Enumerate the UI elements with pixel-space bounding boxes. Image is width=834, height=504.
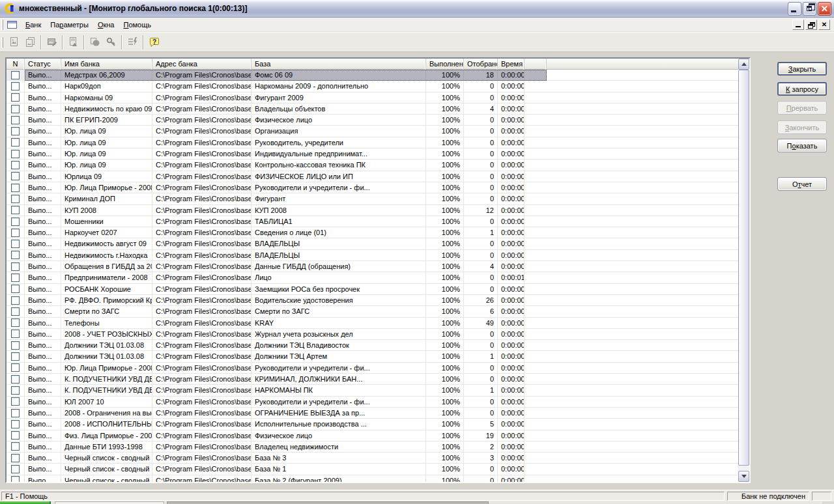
mdi-close-button[interactable]: ✕ bbox=[818, 20, 830, 30]
row-checkbox[interactable] bbox=[11, 150, 20, 158]
row-checkbox[interactable] bbox=[11, 341, 20, 350]
table-row[interactable]: Выпо...2008 - ИСПОЛНИТЕЛЬНЫЕ ПРО...C:\Pr… bbox=[7, 419, 738, 430]
toolbar-help-button[interactable]: ? bbox=[147, 35, 162, 49]
column-header-n[interactable]: N bbox=[7, 59, 25, 70]
row-checkbox[interactable] bbox=[11, 240, 20, 248]
row-checkbox[interactable] bbox=[11, 206, 20, 214]
restore-button[interactable] bbox=[803, 2, 816, 16]
table-row[interactable]: Выпо...Наркоманы 09C:\Program Files\Cron… bbox=[7, 92, 738, 104]
toolbar-key-button[interactable] bbox=[104, 35, 119, 49]
table-row[interactable]: Выпо...Медстрах 06,2009C:\Program Files\… bbox=[7, 70, 738, 81]
toolbar-edit-image-button[interactable] bbox=[44, 35, 59, 49]
row-checkbox[interactable] bbox=[11, 318, 20, 327]
row-checkbox[interactable] bbox=[11, 82, 20, 91]
table-row[interactable]: Выпо...Юр. Лица Приморье - 2008 мартC:\P… bbox=[7, 363, 738, 374]
row-checkbox[interactable] bbox=[11, 195, 20, 203]
table-row[interactable]: Выпо...КУП 2008C:\Program Files\Cronos\b… bbox=[7, 205, 738, 216]
table-row[interactable]: Выпо...Физ. Лица Приморье - 2008 мартC:\… bbox=[7, 430, 738, 441]
row-checkbox[interactable] bbox=[11, 363, 20, 372]
table-row[interactable]: Выпо...Наркоучет 0207C:\Program Files\Cr… bbox=[7, 227, 738, 238]
row-checkbox[interactable] bbox=[11, 262, 20, 271]
scroll-up-button[interactable] bbox=[738, 59, 749, 70]
table-row[interactable]: Выпо...Юр. лица 09C:\Program Files\Crono… bbox=[7, 148, 738, 160]
table-row[interactable]: Выпо...ТелефоныC:\Program Files\Cronos\b… bbox=[7, 318, 738, 329]
row-checkbox[interactable] bbox=[11, 251, 20, 259]
menu-item-windows[interactable]: Окна bbox=[93, 19, 119, 31]
table-row[interactable]: Выпо...МошенникиC:\Program Files\Cronos\… bbox=[7, 216, 738, 227]
menu-item-bank[interactable]: Банк bbox=[21, 19, 46, 31]
row-checkbox[interactable] bbox=[11, 296, 20, 305]
finish-button[interactable]: Закончить bbox=[777, 120, 827, 134]
row-checkbox[interactable] bbox=[11, 127, 20, 135]
row-checkbox[interactable] bbox=[11, 386, 20, 395]
scroll-down-button[interactable] bbox=[738, 471, 749, 482]
scroll-track[interactable] bbox=[738, 70, 749, 471]
row-checkbox[interactable] bbox=[11, 465, 20, 473]
table-row[interactable]: Выпо...К. ПОДУЧЕТНИКИ УВД ДВ ОКР...C:\Pr… bbox=[7, 385, 738, 396]
table-row[interactable]: Выпо...Черный список - сводныйC:\Program… bbox=[7, 453, 738, 464]
column-header-address[interactable]: Адрес банка bbox=[152, 59, 252, 70]
column-header-time[interactable]: Время bbox=[498, 59, 525, 70]
row-checkbox[interactable] bbox=[11, 71, 20, 79]
row-checkbox[interactable] bbox=[11, 420, 20, 428]
table-row[interactable]: Выпо...Черный список - сводныйC:\Program… bbox=[7, 475, 738, 482]
table-row[interactable]: Выпо...Данные БТИ 1993-1998C:\Program Fi… bbox=[7, 441, 738, 453]
table-row[interactable]: Выпо...Недвижимость г.НаходкаC:\Program … bbox=[7, 250, 738, 261]
row-checkbox[interactable] bbox=[11, 217, 20, 226]
close-button[interactable]: ✕ bbox=[818, 2, 831, 16]
table-row[interactable]: Выпо...Юр. лица 09C:\Program Files\Crono… bbox=[7, 137, 738, 148]
row-checkbox[interactable] bbox=[11, 307, 20, 316]
taskbar-button-sliver[interactable] bbox=[55, 501, 164, 504]
menu-gripper[interactable] bbox=[1, 20, 3, 30]
column-header-selected[interactable]: Отобрано bbox=[464, 59, 498, 70]
row-checkbox[interactable] bbox=[11, 184, 20, 192]
mdi-minimize-button[interactable] bbox=[792, 20, 804, 30]
row-checkbox[interactable] bbox=[11, 138, 20, 147]
menu-item-help[interactable]: Помощь bbox=[119, 19, 156, 31]
row-checkbox[interactable] bbox=[11, 116, 20, 124]
table-row[interactable]: Выпо...Нарк09допC:\Program Files\Cronos\… bbox=[7, 81, 738, 92]
minimize-button[interactable] bbox=[788, 2, 801, 16]
table-row[interactable]: Выпо...Черный список - сводныйC:\Program… bbox=[7, 464, 738, 475]
table-row[interactable]: Выпо...РОСБАНК ХорошиеC:\Program Files\C… bbox=[7, 284, 738, 295]
table-row[interactable]: Выпо...Должники ТЭЦ 01.03.08C:\Program F… bbox=[7, 351, 738, 362]
row-checkbox[interactable] bbox=[11, 352, 20, 361]
row-checkbox[interactable] bbox=[11, 397, 20, 406]
close-button[interactable]: Закрыть bbox=[777, 62, 827, 76]
table-row[interactable]: Выпо...Обращения в ГИБДД за 2008C:\Progr… bbox=[7, 261, 738, 272]
taskbar-active-button-sliver[interactable] bbox=[167, 501, 489, 504]
start-button-sliver[interactable] bbox=[0, 501, 51, 504]
row-checkbox[interactable] bbox=[11, 273, 20, 282]
column-header-status[interactable]: Статус bbox=[25, 59, 61, 70]
menu-item-parameters[interactable]: Параметры bbox=[46, 19, 93, 31]
row-checkbox[interactable] bbox=[11, 285, 20, 293]
column-header-base[interactable]: База bbox=[252, 59, 426, 70]
table-row[interactable]: Выпо...Юр. Лица Приморье - 2008 октябр..… bbox=[7, 182, 738, 193]
row-checkbox[interactable] bbox=[11, 93, 20, 102]
mdi-child-icon[interactable] bbox=[7, 20, 18, 29]
toolbar-view-doc-button[interactable] bbox=[66, 35, 81, 49]
column-header-done[interactable]: Выполнено bbox=[426, 59, 464, 70]
table-row[interactable]: Выпо...К. ПОДУЧЕТНИКИ УВД ДВ ОКР...C:\Pr… bbox=[7, 374, 738, 385]
report-button[interactable]: Отчет bbox=[777, 177, 827, 191]
toolbar-gripper[interactable] bbox=[1, 37, 3, 48]
toolbar-open-bank-button[interactable] bbox=[7, 35, 22, 49]
column-header-name[interactable]: Имя банка bbox=[61, 59, 152, 70]
to-query-button[interactable]: К запросу bbox=[777, 82, 827, 96]
table-row[interactable]: Выпо...ПК ЕГРИП-2009C:\Program Files\Cro… bbox=[7, 115, 738, 126]
table-row[interactable]: Выпо...Юр. лица 09C:\Program Files\Crono… bbox=[7, 160, 738, 171]
row-checkbox[interactable] bbox=[11, 442, 20, 451]
row-checkbox[interactable] bbox=[11, 409, 20, 417]
table-row[interactable]: Выпо...2008 - УЧЕТ РОЗЫСКНЫХ ДЕЛ (...C:\… bbox=[7, 329, 738, 340]
table-row[interactable]: Выпо...ЮЛ 2007 10C:\Program Files\Cronos… bbox=[7, 397, 738, 408]
scroll-thumb[interactable] bbox=[738, 70, 749, 466]
row-checkbox[interactable] bbox=[11, 476, 20, 482]
toolbar-copy-button[interactable] bbox=[87, 35, 102, 49]
table-row[interactable]: Выпо...Недвижимость по краю 09C:\Program… bbox=[7, 104, 738, 115]
row-checkbox[interactable] bbox=[11, 105, 20, 113]
row-checkbox[interactable] bbox=[11, 172, 20, 180]
row-checkbox[interactable] bbox=[11, 229, 20, 237]
interrupt-button[interactable]: Прервать bbox=[777, 101, 827, 115]
table-row[interactable]: Выпо...Предприниматели - 2008C:\Program … bbox=[7, 272, 738, 283]
table-row[interactable]: Выпо...Недвижимость август 09C:\Program … bbox=[7, 238, 738, 249]
